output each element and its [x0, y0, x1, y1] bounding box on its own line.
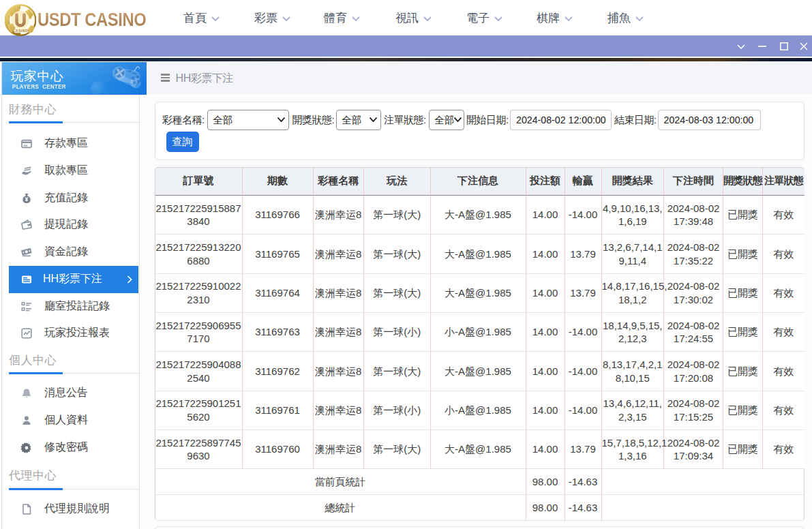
svg-text:CASINO: CASINO — [13, 29, 29, 33]
